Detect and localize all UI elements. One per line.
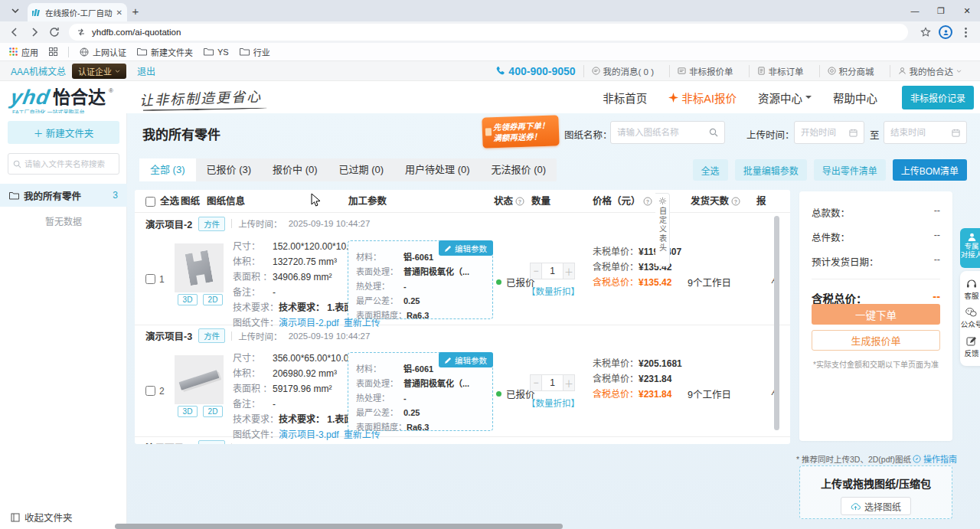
drawing-name-filter[interactable] (610, 121, 725, 144)
start-time-filter[interactable] (794, 121, 864, 144)
reading-list-icon[interactable] (49, 47, 57, 56)
help-icon[interactable]: ? (515, 197, 524, 206)
tab-quoted[interactable]: 已报价 (3) (196, 158, 263, 181)
part-thumbnail-box[interactable] (175, 355, 224, 404)
customer-service-button[interactable]: 客服 (964, 279, 978, 301)
dedicated-contact-button[interactable]: 专属对接人 (960, 228, 980, 268)
batch-edit-params-button[interactable]: 批量编辑参数 (735, 159, 807, 181)
bookmark-star-icon[interactable] (916, 22, 936, 42)
quote-records-button[interactable]: 非标报价记录 (902, 86, 974, 109)
table-vertical-scrollbar[interactable] (774, 216, 779, 430)
window-restore-icon[interactable]: ❐ (928, 1, 954, 21)
tab-pending[interactable]: 用户待处理 (0) (394, 158, 481, 181)
col-price: 价格（元） ? (593, 190, 652, 213)
generate-quotation-button[interactable]: 生成报价单 (812, 330, 940, 351)
quantity-input[interactable] (542, 263, 563, 279)
bookmark-item[interactable]: 上网认证 (80, 46, 126, 58)
window-close-icon[interactable]: ✕ (954, 1, 980, 21)
upload-dropzone[interactable]: 上传或拖拽图纸/压缩包 选择图纸 (799, 465, 952, 519)
collapse-folders-button[interactable]: 收起文件夹 (11, 510, 73, 524)
tab-search-icon[interactable] (6, 2, 24, 20)
my-account-menu[interactable]: 我的怡合达 (890, 65, 970, 77)
wechat-official-button[interactable]: 公众号 (961, 308, 980, 329)
menu-dots-icon[interactable] (956, 22, 975, 42)
logout-link[interactable]: 退出 (137, 64, 155, 77)
promo-banner[interactable]: 先领券再下单！ 满额再送券！ (482, 115, 559, 148)
view-3d-button[interactable]: 3D (178, 406, 198, 417)
sidebar-item-all-parts[interactable]: 我的所有零件 3 (0, 184, 127, 207)
certified-badge[interactable]: 认证企业 (72, 64, 126, 79)
choose-drawing-button[interactable]: 选择图纸 (841, 497, 911, 515)
edit-params-button[interactable]: 编辑参数 (439, 352, 493, 367)
heat-treatment-value: - (403, 391, 407, 406)
nav-help[interactable]: 帮助中心 (833, 90, 877, 106)
quotation-list-link[interactable]: 非标报价单 (669, 65, 741, 77)
custom-header-tab[interactable]: 自定义表头 (655, 193, 670, 266)
drawing-file-link[interactable]: 演示项目-3.pdf (279, 427, 339, 442)
view-2d-button[interactable]: 2D (203, 294, 223, 305)
refresh-icon[interactable] (44, 22, 64, 42)
horizontal-scrollbar-thumb[interactable] (115, 524, 563, 529)
upload-bom-button[interactable]: 上传BOM清单 (893, 159, 967, 181)
surface-area-value: 34906.89 mm² (273, 269, 332, 285)
nav-resources[interactable]: 资源中心 (758, 90, 812, 106)
help-icon[interactable]: ? (643, 197, 652, 206)
help-icon[interactable]: ? (731, 197, 740, 206)
one-click-order-button[interactable]: 一键下单 (812, 304, 940, 325)
points-mall-link[interactable]: 积分商城 (819, 65, 882, 77)
tab-unquotable[interactable]: 无法报价 (0) (481, 158, 557, 181)
new-tab-button[interactable]: + (127, 2, 144, 19)
part-row: 1 3D 2D 尺寸：152.00*120.00*10.0... 体积：1327… (135, 234, 790, 325)
view-3d-button[interactable]: 3D (178, 294, 198, 305)
horizontal-scrollbar[interactable] (0, 524, 980, 529)
col-select-all: 全选 (160, 190, 179, 213)
quantity-decrease-button[interactable]: − (530, 263, 542, 279)
start-time-input[interactable] (801, 128, 849, 137)
site-settings-icon[interactable] (77, 28, 86, 37)
quantity-increase-button[interactable]: ＋ (563, 263, 575, 279)
my-messages-link[interactable]: 我的消息( 0 ) (583, 65, 662, 77)
row-checkbox[interactable] (145, 274, 155, 284)
profile-avatar[interactable] (936, 22, 956, 42)
part-thumbnail-box[interactable] (175, 243, 224, 292)
bookmark-item[interactable]: 行业 (240, 46, 270, 58)
tab-quoting[interactable]: 报价中 (0) (262, 158, 328, 181)
edit-params-button[interactable]: 编辑参数 (439, 240, 493, 256)
tab-close-icon[interactable]: ✕ (116, 8, 122, 17)
account-name[interactable]: AAA机械文总 (11, 64, 66, 77)
bookmark-item[interactable]: YS (204, 47, 229, 57)
address-bar[interactable]: yhdfb.com/ai-quotation (69, 24, 908, 41)
feedback-button[interactable]: 反馈 (964, 336, 978, 358)
brand-logo[interactable]: yhd 怡合达 ® FA工厂自动化 一站式采购平台 (11, 87, 113, 107)
nav-home[interactable]: 非标首页 (603, 90, 647, 106)
end-time-input[interactable] (890, 128, 952, 137)
bookmark-item[interactable]: 新建文件夹 (137, 46, 193, 58)
folder-search[interactable] (8, 153, 119, 175)
bookmark-apps[interactable]: 应用 (9, 46, 38, 58)
select-all-checkbox[interactable] (145, 197, 155, 207)
folder-search-input[interactable] (24, 159, 109, 168)
tab-all[interactable]: 全部 (3) (139, 158, 196, 181)
quantity-discount-link[interactable]: 【数量折扣】 (527, 397, 580, 409)
window-minimize-icon[interactable]: — (902, 1, 928, 21)
back-icon[interactable] (5, 22, 24, 42)
orders-link[interactable]: 非标订单 (749, 65, 812, 77)
page-title: 我的所有零件 (142, 124, 220, 143)
row-checkbox[interactable] (145, 386, 155, 396)
browser-tab[interactable]: 在线报价-工厂自动化零部件一… ✕ (28, 3, 127, 21)
tab-expired[interactable]: 已过期 (0) (328, 158, 395, 181)
view-2d-button[interactable]: 2D (203, 406, 223, 417)
quantity-input[interactable] (542, 374, 563, 391)
new-folder-button[interactable]: ＋ 新建文件夹 (8, 121, 119, 144)
drawing-file-link[interactable]: 演示项目-2.pdf (279, 315, 339, 331)
quantity-increase-button[interactable]: ＋ (563, 374, 575, 391)
quantity-discount-link[interactable]: 【数量折扣】 (527, 285, 580, 297)
nav-ai-quote[interactable]: 非标AI报价 (668, 90, 737, 106)
forward-icon[interactable] (24, 22, 44, 42)
select-all-button[interactable]: 全选 (693, 159, 728, 181)
drawing-name-input[interactable] (617, 128, 709, 137)
end-time-filter[interactable] (884, 121, 967, 144)
quantity-decrease-button[interactable]: − (530, 374, 542, 391)
guide-link[interactable]: 操作指南 (913, 452, 957, 465)
export-parts-button[interactable]: 导出零件清单 (814, 159, 886, 181)
